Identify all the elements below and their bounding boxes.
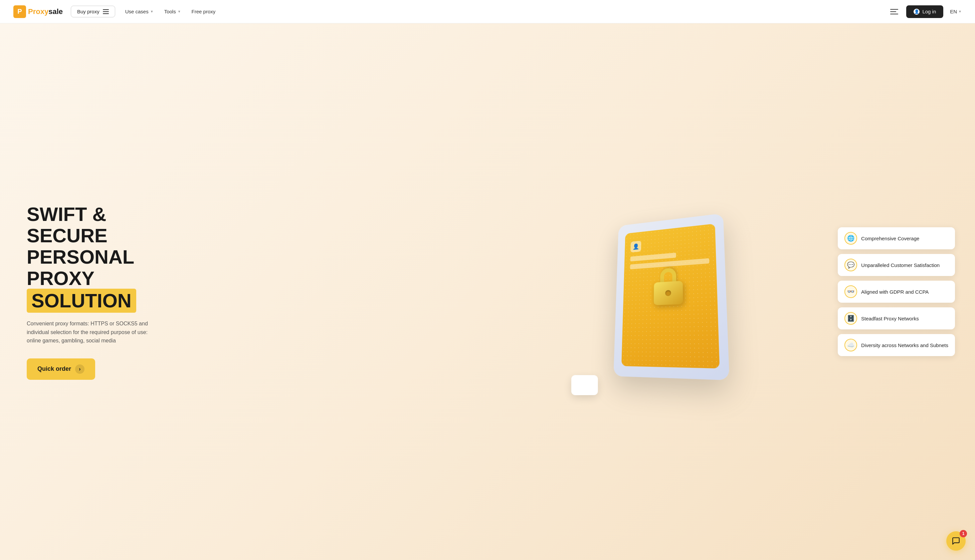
chat-icon: 💬 bbox=[845, 258, 857, 271]
device-card bbox=[571, 375, 598, 395]
nav-links: Use cases ▼ Tools ▼ Free proxy bbox=[125, 9, 890, 14]
hero-content: SWIFT & SECURE PERSONAL PROXY SOLUTION C… bbox=[0, 183, 187, 400]
lock-icon bbox=[654, 281, 683, 305]
nav-tools[interactable]: Tools ▼ bbox=[164, 9, 181, 14]
glasses-icon: 👓 bbox=[845, 285, 857, 298]
buy-proxy-label: Buy proxy bbox=[77, 9, 100, 14]
logo[interactable]: P Proxysale bbox=[13, 5, 63, 18]
hero-subtitle: Convenient proxy formats: HTTPS or SOCKS… bbox=[27, 319, 160, 345]
hero-illustration: 👤 🌐 Compreh bbox=[341, 23, 975, 560]
feature-pill-steadfast-networks: 🗄️ Steadfast Proxy Networks bbox=[838, 307, 955, 329]
chevron-down-icon: ▼ bbox=[958, 10, 962, 13]
feature-pill-diversity: ☁️ Diversity across Networks and Subnets bbox=[838, 334, 955, 356]
chevron-down-icon: ▼ bbox=[178, 10, 181, 13]
feature-pills-container: 🌐 Comprehensive Coverage 💬 Unparalleled … bbox=[838, 227, 955, 356]
nav-free-proxy[interactable]: Free proxy bbox=[192, 9, 216, 14]
nav-right: Log in EN ▼ bbox=[890, 5, 962, 18]
device-wrapper: 👤 bbox=[581, 195, 755, 388]
chevron-down-icon: ▼ bbox=[150, 10, 154, 13]
device-user-icon: 👤 bbox=[630, 241, 641, 252]
logo-text: Proxysale bbox=[28, 7, 63, 16]
chat-icon bbox=[952, 537, 960, 545]
logo-icon: P bbox=[13, 5, 26, 18]
lock-body bbox=[654, 281, 683, 305]
quick-order-button[interactable]: Quick order › bbox=[27, 358, 95, 380]
hero-title: SWIFT & SECURE PERSONAL PROXY SOLUTION bbox=[27, 203, 160, 313]
language-selector[interactable]: EN ▼ bbox=[950, 9, 962, 14]
hamburger-icon[interactable] bbox=[890, 7, 900, 17]
device-field-short bbox=[630, 253, 676, 261]
navbar: P Proxysale Buy proxy Use cases ▼ Tools … bbox=[0, 0, 975, 23]
cloud-icon: ☁️ bbox=[845, 339, 857, 352]
menu-lines-icon bbox=[103, 9, 109, 14]
globe-icon: 🌐 bbox=[845, 232, 857, 245]
nav-use-cases[interactable]: Use cases ▼ bbox=[125, 9, 154, 14]
arrow-right-icon: › bbox=[75, 365, 85, 374]
server-icon: 🗄️ bbox=[845, 312, 857, 325]
feature-pill-gdpr: 👓 Aligned with GDPR and CCPA bbox=[838, 281, 955, 303]
user-icon bbox=[913, 9, 920, 15]
buy-proxy-button[interactable]: Buy proxy bbox=[71, 6, 115, 17]
hero-section: SWIFT & SECURE PERSONAL PROXY SOLUTION C… bbox=[0, 23, 975, 560]
device-mockup: 👤 bbox=[613, 213, 730, 380]
login-button[interactable]: Log in bbox=[906, 5, 943, 18]
hero-title-highlight: SOLUTION bbox=[27, 289, 136, 313]
device-screen: 👤 bbox=[621, 223, 720, 368]
feature-pill-customer-satisfaction: 💬 Unparalleled Customer Satisfaction bbox=[838, 254, 955, 276]
chat-bubble[interactable]: 1 bbox=[946, 531, 966, 551]
chat-notification-badge: 1 bbox=[960, 530, 967, 537]
feature-pill-comprehensive-coverage: 🌐 Comprehensive Coverage bbox=[838, 227, 955, 249]
